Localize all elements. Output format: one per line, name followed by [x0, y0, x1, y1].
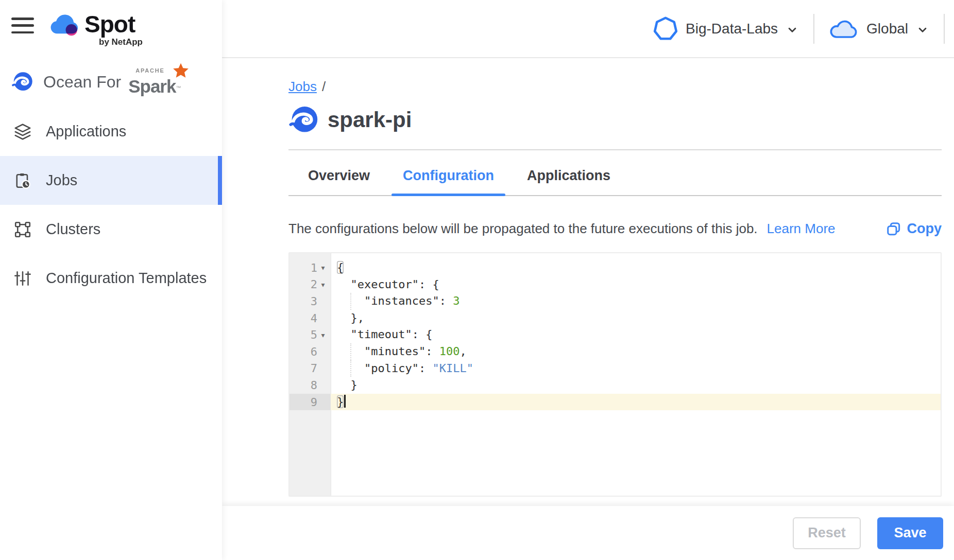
code-text[interactable]: "minutes": 100,: [331, 343, 941, 360]
page-content: Jobs/ spark-pi OverviewConfigurationAppl…: [222, 58, 954, 506]
code-text[interactable]: "timeout": {: [331, 326, 941, 343]
clipboard-clock-icon: [13, 171, 32, 190]
scope-picker[interactable]: Global: [829, 18, 929, 40]
description-row: The configurations below will be propaga…: [288, 221, 942, 237]
main-area: Big-Data-Labs Global Jobs/ spark-pi Over…: [222, 0, 954, 560]
code-text[interactable]: "instances": 3: [331, 293, 941, 310]
sidebar: Spot by NetApp Ocean For APACHE Spark™ A…: [0, 0, 222, 560]
line-number: 6: [311, 345, 317, 358]
gutter: 1▾: [289, 259, 331, 276]
gutter: 8▾: [289, 377, 331, 394]
code-line-5: 5▾ "timeout": {: [289, 326, 941, 343]
code-line-6: 6▾ "minutes": 100,: [289, 343, 941, 360]
fold-toggle-icon[interactable]: ▾: [317, 264, 329, 272]
indent-guide: [350, 293, 351, 310]
code-token: 3: [453, 294, 459, 307]
product-name: Ocean For: [43, 73, 121, 92]
tab-overview[interactable]: Overview: [297, 168, 381, 195]
line-number: 2: [311, 278, 317, 291]
code-text[interactable]: }: [331, 394, 941, 411]
layers-icon: [13, 122, 32, 142]
clusters-icon: [13, 220, 32, 239]
gutter: 9▾: [289, 394, 331, 411]
code-token: "timeout": {: [337, 328, 432, 341]
line-number: 7: [311, 362, 317, 375]
line-number: 3: [311, 295, 317, 308]
code-token: }: [337, 378, 357, 391]
code-text[interactable]: {: [331, 259, 941, 276]
ocean-wave-icon: [11, 71, 33, 93]
scope-picker-label: Global: [866, 21, 908, 37]
gutter: 4▾: [289, 310, 331, 327]
hamburger-menu-icon[interactable]: [11, 18, 34, 33]
matched-bracket: }: [337, 395, 344, 408]
fold-toggle-icon[interactable]: ▾: [317, 331, 329, 339]
line-number: 4: [311, 312, 317, 325]
breadcrumb-separator: /: [322, 79, 326, 94]
apache-spark-logo: APACHE Spark™: [128, 67, 186, 97]
sliders-icon: [13, 269, 32, 288]
topbar-divider: [813, 14, 814, 44]
reset-button[interactable]: Reset: [793, 517, 861, 549]
learn-more-link[interactable]: Learn More: [767, 221, 836, 237]
trademark: ™: [176, 85, 180, 91]
gutter: 7▾: [289, 360, 331, 377]
gutter: 2▾: [289, 276, 331, 293]
cloud-icon: [829, 18, 859, 40]
title-row: spark-pi: [288, 105, 942, 135]
code-line-3: 3▾ "instances": 3: [289, 293, 941, 310]
sidebar-item-ocean-for-spark[interactable]: Ocean For APACHE Spark™: [0, 61, 222, 103]
code-line-9: 9▾}: [289, 394, 941, 411]
code-token: },: [337, 311, 364, 324]
sidebar-item-label: Clusters: [46, 221, 100, 238]
footer-actions: Reset Save: [222, 506, 954, 560]
page-title: spark-pi: [328, 108, 412, 132]
org-picker-label: Big-Data-Labs: [686, 21, 778, 37]
spot-logo-subtext: by NetApp: [99, 37, 143, 47]
text-cursor: [344, 395, 346, 408]
sidebar-item-clusters[interactable]: Clusters: [0, 205, 222, 254]
sidebar-item-applications[interactable]: Applications: [0, 107, 222, 156]
spot-logo-text: Spot: [84, 10, 135, 38]
code-line-2: 2▾ "executor": {: [289, 276, 941, 293]
line-number: 1: [311, 261, 317, 274]
code-text[interactable]: }: [331, 377, 941, 394]
gutter: 3▾: [289, 293, 331, 310]
code-line-1: 1▾{: [289, 259, 941, 276]
org-picker[interactable]: Big-Data-Labs: [653, 16, 799, 41]
code-line-4: 4▾ },: [289, 310, 941, 327]
breadcrumb-jobs-link[interactable]: Jobs: [288, 79, 317, 94]
sidebar-item-configuration-templates[interactable]: Configuration Templates: [0, 254, 222, 303]
sidebar-nav: ApplicationsJobsClustersConfiguration Te…: [0, 107, 222, 303]
code-token: ,: [459, 345, 466, 358]
json-editor[interactable]: 1▾{2▾ "executor": {3▾ "instances": 34▾ }…: [288, 252, 942, 497]
sidebar-item-jobs[interactable]: Jobs: [0, 156, 222, 205]
code-token: "minutes":: [337, 345, 439, 358]
config-description: The configurations below will be propaga…: [288, 221, 758, 237]
spark-name: Spark™: [128, 76, 180, 97]
sidebar-item-label: Configuration Templates: [46, 270, 207, 287]
fold-toggle-icon[interactable]: ▾: [317, 281, 329, 289]
gutter: 6▾: [289, 343, 331, 360]
matched-bracket: {: [337, 261, 344, 274]
breadcrumb: Jobs/: [288, 79, 942, 95]
topbar-divider: [944, 14, 945, 44]
chevron-down-icon: [786, 23, 799, 37]
copy-button[interactable]: Copy: [886, 221, 942, 237]
apache-label: APACHE: [135, 67, 164, 74]
code-token: "executor": {: [337, 278, 439, 291]
indent-guide: [350, 343, 351, 360]
code-text[interactable]: "executor": {: [331, 276, 941, 293]
line-number: 9: [311, 396, 317, 409]
code-token: "instances":: [337, 294, 453, 307]
tab-applications[interactable]: Applications: [516, 168, 622, 195]
code-text[interactable]: "policy": "KILL": [331, 360, 941, 377]
heptagon-icon: [653, 16, 678, 41]
code-text[interactable]: },: [331, 310, 941, 327]
spot-logo: Spot by NetApp: [47, 10, 143, 47]
copy-button-label: Copy: [907, 221, 942, 237]
code-token: 100: [439, 345, 460, 358]
tab-configuration[interactable]: Configuration: [391, 168, 505, 195]
code-line-7: 7▾ "policy": "KILL": [289, 360, 941, 377]
save-button[interactable]: Save: [877, 517, 943, 549]
